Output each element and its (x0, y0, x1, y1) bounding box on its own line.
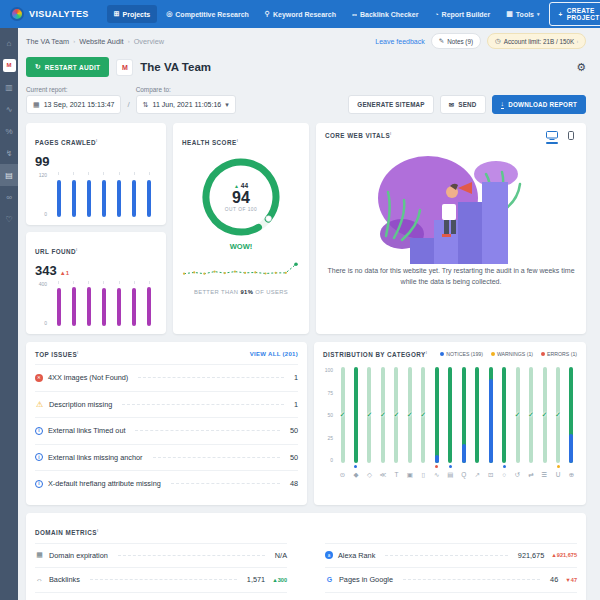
download-report-button[interactable]: ↓ DOWNLOAD REPORT (492, 95, 586, 114)
notes-button[interactable]: ✎ Notes (9) (431, 33, 481, 49)
category-icon: ◆ (353, 470, 358, 479)
dist-column[interactable]: ✓☰ (539, 367, 550, 479)
dist-legend: NOTICES (199)WARNINGS (1)ERRORS (1) (440, 351, 577, 357)
leader-line (403, 579, 540, 580)
current-report-date[interactable]: ▦ 13 Sep, 2021 15:13:47 (26, 95, 121, 114)
info-mark[interactable]: i (77, 350, 79, 355)
sidebar-item-boost[interactable]: ↯ (0, 142, 18, 164)
category-icon: T (394, 470, 398, 479)
send-button[interactable]: ✉ SEND (440, 95, 486, 114)
sidebar-item-home[interactable]: ⌂ (0, 32, 18, 54)
dist-column[interactable]: ○ (499, 367, 510, 479)
metric-row: Y!Pages in Yahoo!... (325, 592, 577, 600)
dist-column[interactable]: Q (458, 367, 469, 479)
issue-count: 48 (290, 479, 298, 488)
generate-sitemap-button[interactable]: GENERATE SITEMAP (348, 95, 433, 114)
nav-item-competitive-research[interactable]: ◎Competitive Research (159, 5, 256, 23)
sidebar-item-links[interactable]: ∞ (0, 186, 18, 208)
dist-column[interactable]: ⊡ (485, 367, 496, 479)
create-project-button[interactable]: + CREATE PROJECT (549, 2, 600, 26)
sidebar-item-analytics[interactable]: ∿ (0, 98, 18, 120)
dist-column[interactable]: ✓↺ (512, 367, 523, 479)
issue-row[interactable]: ⚠Description missing1 (35, 391, 298, 418)
leader-line (118, 555, 265, 556)
dist-column[interactable]: ▤ (445, 367, 456, 479)
info-mark[interactable]: i (97, 528, 99, 533)
brand[interactable]: VISUALYTES (10, 7, 89, 21)
dist-column[interactable]: ✓≪ (377, 367, 388, 479)
nav-item-keyword-research[interactable]: ⚲Keyword Research (258, 5, 343, 23)
top-navigation: VISUALYTES ⊞Projects◎Competitive Researc… (0, 0, 600, 28)
dist-column[interactable]: ◆ (350, 367, 361, 479)
current-report-field: Current report: ▦ 13 Sep, 2021 15:13:47 (26, 86, 121, 114)
compare-date-select[interactable]: ⇅ 11 Jun, 2021 11:05:16 ▾ (136, 95, 236, 114)
breadcrumb-item[interactable]: Website Audit (79, 37, 123, 46)
no-data-message: There is no data for this website yet. T… (325, 266, 577, 288)
issue-count: 1 (294, 373, 298, 382)
notice-icon: i (35, 427, 43, 435)
top-issues-card: TOP ISSUESi VIEW ALL (201) ✕4XX images (… (26, 342, 307, 505)
restart-audit-button[interactable]: ↻ RESTART AUDIT (26, 57, 109, 77)
view-all-link[interactable]: VIEW ALL (201) (250, 351, 298, 357)
url-found-bars (51, 281, 157, 326)
sidebar-item-social[interactable]: ♡ (0, 208, 18, 230)
chevron-down-icon: ▾ (225, 101, 229, 109)
dist-column[interactable]: ✓⇄ (526, 367, 537, 479)
sidebar-item-project[interactable]: M (0, 54, 18, 76)
dist-column[interactable]: ✓⊙ (337, 367, 348, 479)
sidebar-item-percent[interactable]: % (0, 120, 18, 142)
bar (72, 172, 76, 217)
check-icon: ✓ (421, 411, 426, 419)
download-icon: ↓ (501, 100, 505, 109)
dist-column[interactable]: ✓T (391, 367, 402, 479)
plus-icon: + (559, 11, 563, 18)
sidebar: ⌂M▥∿%↯▤∞♡ (0, 28, 18, 600)
leader-line (385, 555, 508, 556)
leader-line (153, 457, 280, 458)
info-mark[interactable]: i (237, 138, 239, 143)
brand-logo-icon (10, 7, 24, 21)
info-mark[interactable]: i (390, 131, 392, 136)
desktop-toggle[interactable] (546, 131, 558, 144)
nav-item-report-builder[interactable]: ◔Report Builder (427, 5, 497, 23)
top-issues-list: ✕4XX images (Not Found)1⚠Description mis… (35, 364, 298, 497)
distribution-chart: 1007550250 ✓⊙◆✓◇✓≪✓T✓▣✓▯∿▤Q↗⊡○✓↺✓⇄✓☰✓U⊕ (323, 367, 577, 479)
core-web-vitals-card: CORE WEB VITALSi (316, 123, 586, 334)
mobile-toggle[interactable] (565, 131, 577, 144)
metric-row: GPages in Google46▼47 (325, 567, 577, 592)
issue-label: External links Timed out (48, 426, 125, 435)
domain-metrics-left: ▦Domain expirationN/A⇔Backlinks1,571▲300… (35, 543, 287, 600)
issue-count: 50 (290, 426, 298, 435)
health-sparkline (181, 256, 301, 282)
info-mark[interactable]: i (96, 138, 98, 143)
nav-item-tools[interactable]: ▦Tools▾ (499, 5, 546, 23)
sidebar-item-audit[interactable]: ▤ (0, 164, 18, 186)
nav-item-backlink-checker[interactable]: ∞Backlink Checker (345, 5, 425, 23)
dist-column[interactable]: ✓▣ (404, 367, 415, 479)
bar (57, 281, 61, 326)
issue-row[interactable]: iExternal links Timed out50 (35, 417, 298, 444)
breadcrumb-item[interactable]: The VA Team (26, 37, 69, 46)
dist-column[interactable]: ✓◇ (364, 367, 375, 479)
category-icon: ⊕ (569, 470, 574, 479)
issue-row[interactable]: ✕4XX images (Not Found)1 (35, 364, 298, 391)
dist-column[interactable]: ✓U (553, 367, 564, 479)
account-limit-badge[interactable]: ◷ Account limit: 21B / 150Ki (487, 33, 586, 49)
info-mark[interactable]: i (426, 350, 428, 355)
dist-column[interactable]: ✓▯ (418, 367, 429, 479)
issue-row[interactable]: iX-default hreflang attribute missing48 (35, 470, 298, 497)
dist-column[interactable]: ∿ (431, 367, 442, 479)
dist-column[interactable]: ⊕ (566, 367, 577, 479)
info-mark[interactable]: i (76, 247, 78, 252)
category-icon: ◇ (367, 470, 372, 479)
leave-feedback-link[interactable]: Leave feedback (375, 38, 424, 45)
check-icon: ✓ (407, 411, 412, 419)
nav-item-projects[interactable]: ⊞Projects (107, 5, 158, 23)
sidebar-item-rankings[interactable]: ▥ (0, 76, 18, 98)
issue-row[interactable]: iExternal links missing anchor50 (35, 444, 298, 471)
check-icon: ✓ (340, 411, 345, 419)
breadcrumb-separator: › (73, 38, 75, 44)
dist-column[interactable]: ↗ (472, 367, 483, 479)
check-icon: ✓ (367, 411, 372, 419)
settings-gear-icon[interactable]: ⚙ (576, 61, 586, 74)
